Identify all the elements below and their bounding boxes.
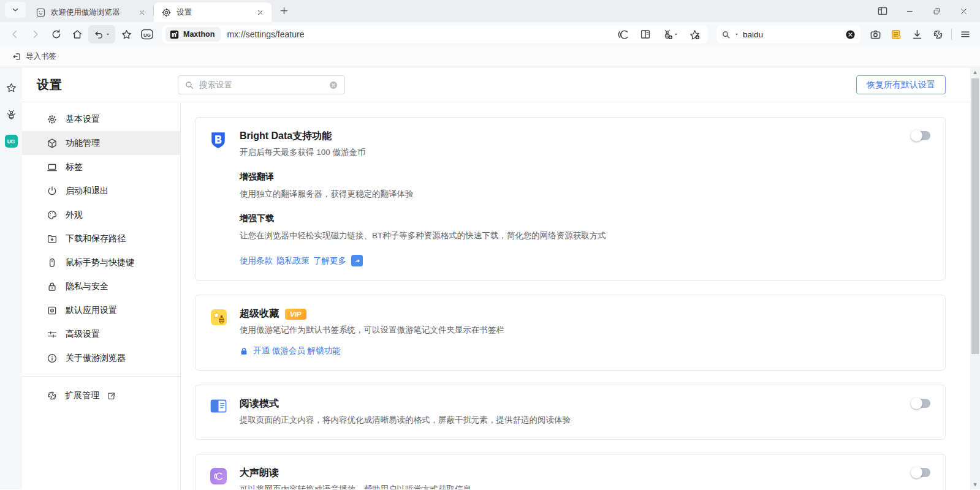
sidebar-item-features[interactable]: 功能管理 (22, 131, 180, 155)
scroll-down-arrow[interactable]: ▼ (970, 480, 980, 489)
forward-button[interactable] (26, 25, 45, 43)
power-icon (47, 186, 58, 197)
maxthon-logo-icon (169, 29, 180, 40)
tab-settings[interactable]: 设置 (154, 2, 272, 22)
bright-data-toggle[interactable] (912, 131, 930, 140)
clear-icon[interactable] (329, 80, 338, 90)
screenshot-button[interactable] (865, 25, 885, 43)
url-text[interactable]: mx://settings/feature (227, 29, 613, 39)
bee-icon (6, 109, 17, 121)
palette-icon (47, 209, 58, 221)
maxthon-welcome-smiley-icon (36, 7, 46, 18)
svg-text:UG: UG (143, 32, 151, 38)
terms-link[interactable]: 使用条款 (240, 255, 273, 266)
tab-bar: 欢迎使用傲游浏览器 设置 (0, 0, 980, 22)
undo-close-tab-button[interactable] (88, 25, 115, 43)
downloads-button[interactable] (907, 25, 927, 43)
chevron-down-icon (734, 32, 739, 37)
sidebar-item-basic[interactable]: 基本设置 (22, 107, 180, 131)
minimize-button[interactable] (898, 2, 921, 20)
search-input[interactable] (743, 30, 841, 39)
learn-more-link[interactable]: 了解更多 (313, 255, 346, 266)
reader-mode-button[interactable] (636, 25, 655, 43)
home-button[interactable] (67, 25, 87, 43)
restore-defaults-button[interactable]: 恢复所有默认设置 (856, 75, 946, 94)
read-aloud-toggle[interactable] (912, 468, 930, 477)
maxnote-panel-button[interactable] (4, 108, 18, 121)
favorites-panel-button[interactable] (4, 81, 18, 94)
extensions-button[interactable] (928, 25, 948, 43)
clear-search-icon[interactable] (845, 29, 856, 40)
close-window-button[interactable] (952, 2, 975, 20)
cube-icon (47, 138, 58, 149)
folder-download-icon (47, 233, 58, 244)
camera-icon (870, 29, 881, 40)
tab-list-chevron-button[interactable] (5, 2, 26, 18)
sidebar-item-label: 基本设置 (66, 114, 100, 125)
feature-text: 让您在浏览器中轻松实现磁力链接、BT种子等多种资源格式的快速下载，简化您的网络资… (240, 230, 930, 241)
settings-search-box[interactable] (178, 75, 345, 94)
bee-services-button[interactable] (658, 25, 682, 43)
import-bookmarks-button[interactable]: 导入书签 (7, 49, 61, 64)
unlock-vip-link[interactable]: 开通 傲游会员 解锁功能 (253, 345, 341, 356)
reload-button[interactable] (47, 25, 66, 43)
sidebar-item-startup-exit[interactable]: 启动和退出 (22, 179, 180, 203)
sidebar-item-mouse-shortcuts[interactable]: 鼠标手势与快捷键 (22, 251, 180, 274)
tab-close-button[interactable] (136, 7, 147, 18)
sidebar-item-default-apps[interactable]: 默认应用设置 (22, 298, 180, 322)
ug-badge-label: UG (7, 138, 15, 145)
restore-icon (933, 7, 941, 15)
site-identity-chip[interactable]: Maxthon (165, 27, 221, 42)
maxnote-button[interactable] (886, 25, 906, 43)
info-icon (47, 353, 58, 364)
extensions-puzzle-icon (47, 390, 58, 401)
toolbar-search-box[interactable] (716, 25, 860, 43)
add-bookmark-button[interactable] (685, 25, 704, 43)
split-screen-icon (878, 7, 887, 15)
toggle-knob (911, 130, 922, 141)
vertical-scrollbar[interactable]: ▲ ▼ (970, 67, 980, 489)
sidebar-item-appearance[interactable]: 外观 (22, 203, 180, 227)
close-icon (139, 9, 145, 16)
toggle-knob (911, 467, 922, 478)
reload-icon (51, 29, 62, 40)
scrollbar-thumb[interactable] (971, 78, 979, 354)
sidebar-item-privacy-security[interactable]: 隐私与安全 (22, 274, 180, 298)
menu-button[interactable] (955, 25, 975, 43)
share-arrow-icon (354, 257, 361, 265)
bookmark-star-button[interactable] (116, 25, 136, 43)
external-share-button[interactable] (351, 255, 363, 266)
tab-close-button[interactable] (254, 7, 265, 18)
star-add-icon (689, 29, 701, 40)
plus-icon (279, 6, 289, 15)
sidebar-item-extensions[interactable]: 扩展管理 (22, 383, 180, 409)
sidebar-item-advanced[interactable]: 高级设置 (22, 322, 180, 346)
ug-toolbar-button[interactable]: UG (137, 25, 157, 43)
card-title: Bright Data支持功能 (240, 130, 332, 143)
reading-mode-toggle[interactable] (912, 399, 930, 408)
maxnote-icon (891, 29, 902, 40)
tab-welcome[interactable]: 欢迎使用傲游浏览器 (28, 2, 153, 22)
feature-heading: 增强翻译 (240, 172, 930, 183)
read-aloud-button[interactable] (613, 25, 633, 43)
sidebar-item-downloads-path[interactable]: 下载和保存路径 (22, 227, 180, 251)
sidebar-item-tabs[interactable]: 标签 (22, 155, 180, 179)
new-tab-button[interactable] (275, 2, 292, 19)
scroll-up-arrow[interactable]: ▲ (970, 67, 980, 77)
privacy-link[interactable]: 隐私政策 (276, 255, 310, 266)
download-icon (911, 29, 923, 40)
card-title: 阅读模式 (240, 398, 279, 410)
back-button[interactable] (5, 25, 25, 43)
favorites-star-icon (6, 82, 17, 94)
undo-icon (94, 29, 104, 40)
sidebar-item-about[interactable]: 关于傲游浏览器 (22, 346, 180, 370)
gear-icon (161, 7, 172, 18)
ug-panel-button[interactable]: UG (5, 135, 18, 148)
settings-header: 设置 恢复所有默认设置 (22, 67, 980, 102)
restore-button[interactable] (925, 2, 948, 20)
split-screen-button[interactable] (871, 2, 894, 20)
address-bar[interactable]: Maxthon mx://settings/feature (162, 25, 708, 43)
import-bookmarks-label: 导入书签 (26, 51, 56, 62)
settings-search-input[interactable] (199, 80, 324, 89)
super-favorites-icon (210, 307, 229, 356)
